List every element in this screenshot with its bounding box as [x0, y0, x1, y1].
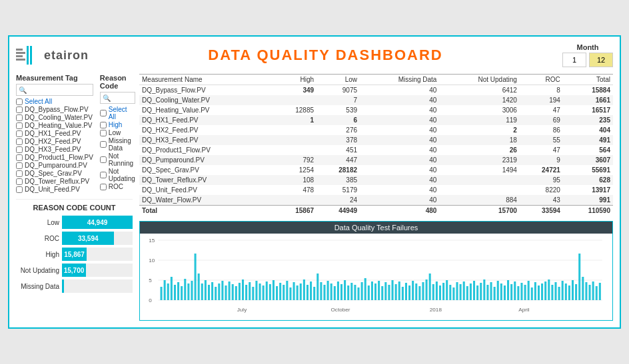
bar-chart-section: REASON CODE COUNT Low 44,949 ROC 33,594 …: [16, 199, 133, 293]
mt-item-5[interactable]: DQ_HX2_Feed.PV: [16, 138, 93, 145]
rc-low[interactable]: Low: [100, 129, 135, 136]
svg-rect-144: [588, 285, 590, 300]
mt-item-3[interactable]: DQ_Heating_Value.PV: [16, 122, 93, 129]
svg-rect-113: [483, 279, 485, 300]
svg-rect-58: [297, 285, 299, 300]
svg-rect-55: [286, 281, 288, 300]
svg-rect-76: [357, 287, 359, 300]
rc-not-running[interactable]: Not Running: [100, 152, 135, 167]
svg-rect-37: [225, 285, 227, 300]
mt-item-10[interactable]: DQ_Tower_Reflux.PV: [16, 178, 93, 185]
svg-rect-51: [273, 280, 275, 300]
mt-item-8[interactable]: DQ_Pumparound.PV: [16, 162, 93, 169]
svg-rect-24: [181, 286, 183, 300]
svg-rect-45: [252, 287, 254, 300]
svg-rect-22: [174, 285, 176, 300]
svg-rect-111: [476, 285, 478, 300]
svg-text:5: 5: [149, 277, 152, 283]
rc-roc[interactable]: ROC: [100, 183, 135, 190]
svg-rect-57: [293, 282, 295, 300]
svg-rect-46: [255, 281, 257, 300]
measurement-tag-filter: Measurement Tag Select All DQ_Bypass_Flo…: [16, 74, 93, 194]
svg-text:2018: 2018: [430, 307, 442, 313]
svg-rect-131: [544, 281, 546, 300]
svg-rect-123: [517, 286, 519, 300]
svg-rect-137: [565, 283, 567, 300]
svg-rect-117: [497, 281, 499, 300]
svg-rect-112: [480, 283, 482, 300]
reason-select-all[interactable]: Select All: [100, 106, 135, 120]
svg-rect-71: [340, 284, 342, 300]
svg-rect-138: [568, 285, 570, 300]
right-panel: Measurement Name High Low Missing Data N…: [139, 74, 613, 321]
svg-rect-122: [514, 281, 516, 300]
svg-rect-1: [16, 52, 25, 54]
table-row: DQ_Heating_Value.PV 12885 539 40 3006 47…: [139, 105, 613, 115]
col-missing: Missing Data: [360, 75, 439, 85]
svg-rect-63: [313, 287, 315, 300]
svg-rect-115: [490, 282, 492, 300]
svg-text:15: 15: [149, 238, 155, 244]
mt-item-1[interactable]: DQ_Bypass_Flow.PV: [16, 106, 93, 113]
svg-rect-74: [350, 283, 352, 300]
svg-rect-50: [269, 284, 271, 300]
svg-rect-119: [504, 285, 506, 300]
svg-rect-30: [201, 283, 203, 300]
svg-rect-19: [164, 280, 166, 300]
mt-item-2[interactable]: DQ_Cooling_Water.PV: [16, 114, 93, 121]
svg-rect-139: [572, 280, 574, 300]
svg-rect-102: [446, 280, 448, 300]
svg-rect-91: [408, 285, 410, 300]
col-roc: ROC: [520, 75, 563, 85]
svg-rect-5: [30, 46, 32, 65]
data-table: Measurement Name High Low Missing Data N…: [139, 74, 613, 216]
svg-rect-3: [16, 59, 25, 61]
mt-item-6[interactable]: DQ_HX3_Feed.PV: [16, 146, 93, 153]
svg-rect-108: [466, 286, 468, 300]
svg-rect-134: [554, 282, 556, 300]
reason-code-search[interactable]: [100, 92, 135, 104]
rc-high[interactable]: High: [100, 121, 135, 128]
mt-item-11[interactable]: DQ_Unit_Feed.PV: [16, 186, 93, 193]
svg-rect-127: [531, 287, 533, 300]
rc-not-updating[interactable]: Not Updating: [100, 168, 135, 182]
measurement-tag-search[interactable]: [16, 84, 93, 96]
month-start-input[interactable]: [562, 53, 586, 67]
svg-rect-62: [310, 281, 312, 300]
svg-rect-41: [239, 283, 241, 300]
month-end-input[interactable]: [589, 53, 613, 67]
svg-text:10: 10: [149, 258, 155, 264]
table-row: DQ_Unit_Feed.PV 478 5179 40 8220 13917: [139, 185, 613, 195]
svg-rect-27: [191, 281, 193, 300]
svg-rect-146: [596, 286, 598, 300]
svg-rect-86: [392, 280, 394, 300]
reason-select-all-checkbox[interactable]: [100, 110, 107, 116]
svg-rect-70: [337, 281, 339, 300]
col-not-updating: Not Updating: [439, 75, 519, 85]
svg-rect-26: [187, 283, 189, 300]
line-chart-title: Data Quality Test Failures: [140, 222, 612, 234]
table-row: DQ_Cooling_Water.PV 7 40 1420 194 1661: [139, 95, 613, 105]
svg-rect-107: [463, 281, 465, 300]
svg-text:October: October: [330, 307, 350, 313]
svg-rect-42: [242, 279, 244, 300]
svg-rect-56: [289, 287, 291, 300]
measurement-tag-select-all[interactable]: Select All: [16, 98, 93, 105]
table-row: DQ_HX1_Feed.PV 1 6 40 119 69 235: [139, 115, 613, 125]
svg-rect-40: [235, 286, 237, 300]
mt-item-4[interactable]: DQ_HX1_Feed.PV: [16, 130, 93, 137]
bar-high: High 15,867: [16, 248, 133, 261]
svg-rect-97: [429, 273, 431, 300]
line-chart-area: 15 10 5 0 July October 2018 April: [140, 234, 612, 320]
mt-item-7[interactable]: DQ_Product1_Flow.PV: [16, 154, 93, 161]
line-chart-section: Data Quality Test Failures 15 10 5 0: [139, 221, 613, 321]
bar-low: Low 44,949: [16, 216, 133, 229]
col-low: Low: [316, 75, 360, 85]
svg-rect-48: [263, 285, 265, 300]
measurement-tag-select-all-checkbox[interactable]: [16, 98, 23, 105]
rc-missing-data[interactable]: Missing Data: [100, 137, 135, 152]
table-row: DQ_Tower_Reflux.PV 108 385 40 95 628: [139, 175, 613, 185]
mt-item-9[interactable]: DQ_Spec_Grav.PV: [16, 170, 93, 177]
svg-text:July: July: [237, 307, 247, 313]
dashboard: etairon DATA QUALITY DASHBOARD Month Mea…: [8, 35, 621, 329]
